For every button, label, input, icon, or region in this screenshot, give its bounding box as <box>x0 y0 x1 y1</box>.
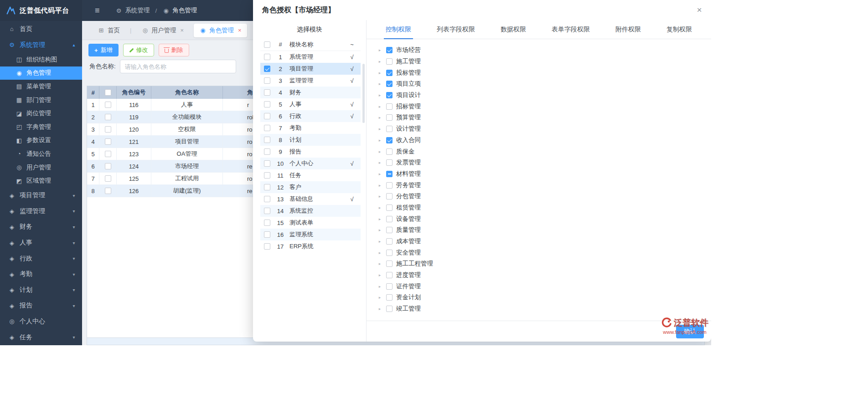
sidebar-subitem[interactable]: 区域管理 <box>0 174 82 188</box>
sidebar-subitem[interactable]: 部门管理 <box>0 93 82 107</box>
module-checkbox[interactable] <box>264 89 270 96</box>
tab-close-icon[interactable] <box>238 27 242 34</box>
module-checkbox[interactable] <box>264 243 270 250</box>
tab[interactable]: 用户管理 <box>136 24 189 37</box>
sidebar-subitem[interactable]: 组织结构图 <box>0 53 82 66</box>
tree-item[interactable]: 质保金 <box>377 146 711 157</box>
caret-right-icon[interactable] <box>377 239 382 244</box>
module-checkbox[interactable] <box>264 160 270 167</box>
tree-item[interactable]: 证件管理 <box>377 281 711 292</box>
tree-item[interactable]: 资金计划 <box>377 292 711 303</box>
module-row[interactable]: 1 系统管理 √ <box>260 51 361 63</box>
sidebar-group[interactable]: 行政 <box>0 250 82 266</box>
caret-right-icon[interactable] <box>377 250 382 255</box>
tree-checkbox[interactable] <box>386 137 393 143</box>
tree-item[interactable]: 项目立项 <box>377 78 711 90</box>
permission-tab[interactable]: 控制权限 <box>384 20 413 39</box>
module-row[interactable]: 4 财务 <box>260 87 361 98</box>
tree-item[interactable]: 发票管理 <box>377 157 711 169</box>
sidebar-subitem[interactable]: 岗位管理 <box>0 107 82 120</box>
tree-item[interactable]: 项目设计 <box>377 90 711 101</box>
caret-right-icon[interactable] <box>377 127 382 131</box>
module-checkbox[interactable] <box>264 184 270 190</box>
permission-tab[interactable]: 附件权限 <box>614 20 643 39</box>
caret-right-icon[interactable] <box>377 115 382 120</box>
caret-right-icon[interactable] <box>377 273 382 277</box>
tab-close-icon[interactable] <box>180 27 184 34</box>
tree-checkbox[interactable] <box>386 159 393 166</box>
tree-checkbox[interactable] <box>386 216 393 222</box>
module-row[interactable]: 15 测试表单 <box>260 217 361 229</box>
module-row[interactable]: 2 项目管理 √ <box>260 63 361 75</box>
tree-item[interactable]: 分包管理 <box>377 191 711 202</box>
row-checkbox[interactable] <box>105 163 111 169</box>
caret-right-icon[interactable] <box>377 48 382 52</box>
caret-right-icon[interactable] <box>377 104 382 109</box>
tree-checkbox[interactable] <box>386 294 393 301</box>
module-checkbox[interactable] <box>264 220 270 226</box>
tree-item[interactable]: 施工工程管理 <box>377 258 711 270</box>
tree-checkbox[interactable] <box>386 58 393 65</box>
module-checkbox[interactable] <box>264 66 270 72</box>
tree-checkbox[interactable] <box>386 103 393 110</box>
caret-right-icon[interactable] <box>377 295 382 300</box>
caret-right-icon[interactable] <box>377 172 382 176</box>
breadcrumb-item[interactable]: 系统管理 <box>125 6 150 15</box>
tree-checkbox[interactable] <box>386 306 393 312</box>
role-name-input[interactable] <box>120 60 236 73</box>
sidebar-subitem[interactable]: 菜单管理 <box>0 80 82 93</box>
tree-checkbox[interactable] <box>386 272 393 278</box>
edit-button[interactable]: 修改 <box>123 44 154 56</box>
tree-item[interactable]: 市场经营 <box>377 45 711 56</box>
tree-checkbox[interactable] <box>386 250 393 256</box>
tree-checkbox[interactable] <box>386 227 393 233</box>
module-checkbox[interactable] <box>264 148 270 155</box>
tree-checkbox[interactable] <box>386 126 393 132</box>
module-row[interactable]: 7 考勤 <box>260 122 361 134</box>
module-select-all-checkbox[interactable] <box>264 41 270 48</box>
module-checkbox[interactable] <box>264 231 270 238</box>
module-row[interactable]: 8 计划 <box>260 134 361 146</box>
row-checkbox[interactable] <box>105 114 111 120</box>
module-checkbox[interactable] <box>264 54 270 60</box>
tree-checkbox[interactable] <box>386 261 393 267</box>
module-row[interactable]: 9 报告 <box>260 146 361 158</box>
module-checkbox[interactable] <box>264 125 270 131</box>
caret-right-icon[interactable] <box>377 217 382 221</box>
caret-right-icon[interactable] <box>377 138 382 143</box>
tree-item[interactable]: 预算管理 <box>377 112 711 123</box>
sidebar-group[interactable]: 财务 <box>0 219 82 235</box>
sidebar-group[interactable]: 任务 <box>0 329 82 345</box>
sidebar-subitem[interactable]: 通知公告 <box>0 147 82 161</box>
tree-item[interactable]: 招标管理 <box>377 101 711 112</box>
tree-item[interactable]: 进度管理 <box>377 270 711 281</box>
caret-right-icon[interactable] <box>377 284 382 289</box>
module-checkbox[interactable] <box>264 208 270 214</box>
caret-right-icon[interactable] <box>377 71 382 75</box>
caret-right-icon[interactable] <box>377 93 382 97</box>
close-icon[interactable] <box>694 5 705 15</box>
tree-checkbox[interactable] <box>386 171 393 177</box>
tree-item[interactable]: 设计管理 <box>377 123 711 135</box>
sidebar-subitem[interactable]: 参数设置 <box>0 134 82 148</box>
caret-right-icon[interactable] <box>377 194 382 199</box>
module-row[interactable]: 6 行政 √ <box>260 110 361 122</box>
module-row[interactable]: 5 人事 √ <box>260 98 361 110</box>
sidebar-group[interactable]: 报告 <box>0 298 82 314</box>
tree-checkbox[interactable] <box>386 70 393 76</box>
permission-tab[interactable]: 表单字段权限 <box>550 20 592 39</box>
caret-right-icon[interactable] <box>377 307 382 311</box>
sidebar-group[interactable]: 人事 <box>0 235 82 251</box>
caret-right-icon[interactable] <box>377 261 382 266</box>
tree-checkbox[interactable] <box>386 148 393 155</box>
sidebar-group[interactable]: 项目管理 <box>0 188 82 204</box>
module-row[interactable]: 13 基础信息 √ <box>260 193 361 205</box>
tree-checkbox[interactable] <box>386 182 393 189</box>
delete-button[interactable]: 删除 <box>159 44 189 56</box>
select-all-checkbox[interactable] <box>105 89 111 96</box>
sidebar-subitem[interactable]: 用户管理 <box>0 161 82 174</box>
row-checkbox[interactable] <box>105 126 111 133</box>
row-checkbox[interactable] <box>105 138 111 145</box>
tree-checkbox[interactable] <box>386 47 393 53</box>
tree-item[interactable]: 安全管理 <box>377 247 711 258</box>
